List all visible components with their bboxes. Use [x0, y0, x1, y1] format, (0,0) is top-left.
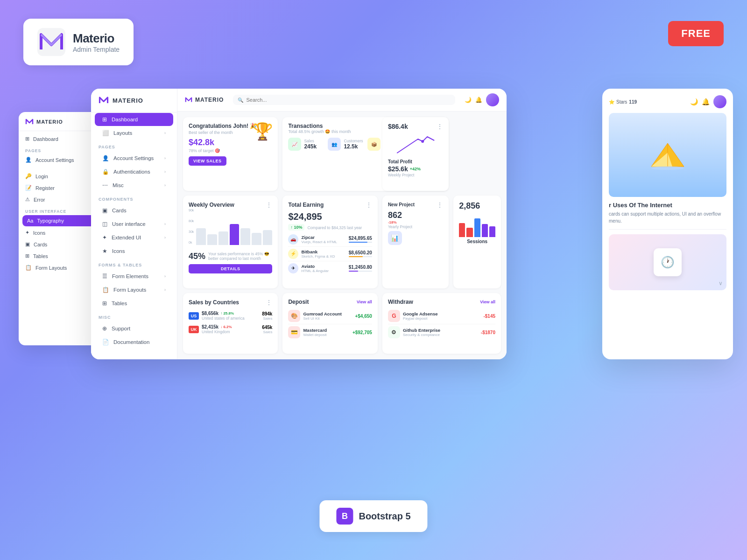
total-earning-card: Total Earning ⋮ $24,895 ↑ 10% Compared t… [282, 196, 377, 289]
deposit-view-all[interactable]: View all [357, 300, 372, 304]
withdraw-header: Withdraw View all [388, 299, 495, 305]
product-stat-icon: 📦 [367, 138, 381, 151]
rp-avatar[interactable] [713, 95, 726, 108]
top-logo-card: Materio Admin Template [23, 19, 134, 65]
sales-title: Sales by Countries [189, 299, 239, 306]
earning-menu-icon[interactable]: ⋮ [366, 201, 372, 209]
clock-decoration: 🕐 [654, 248, 682, 276]
session-bar-1 [459, 223, 465, 237]
sidebar-item-cards[interactable]: ▣ Cards [95, 204, 173, 217]
rp-topbar: ⭐ Stars 119 🌙 🔔 [609, 95, 726, 108]
uk-amount: $2,415k [202, 324, 218, 329]
brand-subtitle: Admin Template [73, 46, 120, 53]
customers-stat-icon: 👥 [328, 138, 341, 151]
percentage-row: 45% Your sales performance is 45% 😎 bett… [189, 252, 272, 261]
sidebar-item-layouts[interactable]: ⬜ Layouts › [95, 126, 173, 140]
sidebar-header: MATERIO [91, 89, 177, 112]
earning-title: Total Earning [288, 202, 324, 208]
sidebar-item-form-layouts[interactable]: 📋 Form Layouts › [95, 283, 173, 296]
profit-menu-icon[interactable]: ⋮ [437, 123, 443, 130]
google-adsense-icon: G [388, 310, 400, 322]
total-profit-top-card: $86.4k ⋮ Total Profit $25.6k +42% Weekly… [382, 117, 449, 191]
us-change: ↑ 25.8% [220, 311, 234, 315]
sessions-bar-chart [459, 214, 495, 237]
aviato-sub: HTML & Angular [301, 269, 328, 273]
cards-icon: ▣ [25, 241, 30, 247]
google-amount: -$145 [483, 314, 495, 319]
rp-image-container [609, 113, 726, 197]
mastercard-amount: +$92,705 [352, 330, 372, 335]
bootstrap-badge: B Bootstrap 5 [319, 500, 427, 532]
congratulations-card: Congratulations John! 🎉 Best seller of t… [183, 117, 278, 191]
customers-label: Customers [344, 139, 363, 143]
user-avatar[interactable] [486, 93, 499, 106]
stars-count: 119 [629, 99, 637, 105]
star-icon: ⭐ [609, 99, 614, 105]
rp-divider [609, 229, 726, 230]
sidebar-brand: MATERIO [113, 97, 143, 104]
bar-5 [240, 228, 250, 245]
withdraw-row-google: G Google Adsense Paypal deposit -$145 [388, 308, 495, 324]
profit-big-amount: $86.4k [388, 123, 408, 130]
details-button[interactable]: DETAILS [189, 264, 272, 273]
chevron-right-icon5: › [164, 222, 166, 226]
sales-label: Sales [304, 139, 317, 143]
weekly-title: Weekly Overview [189, 202, 234, 208]
right-panel: ⭐ Stars 119 🌙 🔔 r Uses Of The Internet c… [602, 89, 733, 359]
svg-point-1 [421, 140, 424, 143]
new-project-menu-icon[interactable]: ⋮ [437, 201, 443, 209]
customers-value: 12.5k [344, 143, 363, 150]
new-project-value: 862 [388, 210, 443, 220]
bell-icon[interactable]: 🔔 [702, 98, 710, 105]
weekly-bar-chart: 90k 80k 30k 0k [189, 211, 272, 249]
weekly-overview-card: Weekly Overview ⋮ 90k 80k 30k 0k [183, 196, 278, 289]
sidebar-item-form-elements[interactable]: ☰ Form Elements › [95, 270, 173, 283]
sidebar-item-auth[interactable]: 🔒 Authentications › [95, 165, 173, 178]
account-icon: 👤 [25, 157, 32, 163]
withdraw-title: Withdraw [388, 299, 413, 305]
sidebar-item-extended[interactable]: ✦ Extended UI › [95, 231, 173, 244]
aviato-value: $1,2450.80 [349, 265, 372, 270]
chevron-down-icon[interactable]: ∨ [719, 280, 723, 287]
us-flag: US [189, 312, 199, 320]
bitbank-sub: Sketch, Figma & XD [301, 254, 335, 259]
trophy-icon: 🏆 [252, 122, 273, 141]
weekly-menu-icon[interactable]: ⋮ [266, 201, 272, 209]
sidebar-item-support[interactable]: ⊕ Support [95, 322, 173, 335]
form-elements-icon: ☰ [102, 273, 107, 280]
bar-4-active [230, 224, 240, 245]
sidebar-item-account[interactable]: 👤 Account Settings › [95, 152, 173, 165]
sidebar-item-tables[interactable]: ⊞ Tables [95, 297, 173, 310]
chevron-right-icon7: › [164, 274, 166, 279]
icons-star-icon: ★ [102, 248, 107, 254]
earning-row-aviato: ✈ Aviato HTML & Angular $1,2450.80 [288, 261, 372, 275]
new-project-icon: 📊 [388, 231, 402, 245]
bell-icon[interactable]: 🔔 [475, 97, 482, 103]
ui-icon: ◫ [102, 221, 107, 227]
search-input[interactable] [246, 97, 451, 103]
sidebar-item-dashboard[interactable]: ⊞ Dashboard [95, 113, 173, 126]
sidebar-item-ui[interactable]: ◫ User interface › [95, 217, 173, 231]
rp-card-title: r Uses Of The Internet [609, 202, 726, 209]
uk-change: ↓ 6.2% [220, 325, 232, 329]
lsp-logo-icon [25, 118, 34, 126]
search-icon: 🔍 [238, 98, 243, 103]
sidebar-item-icons[interactable]: ★ Icons [95, 245, 173, 258]
search-bar[interactable]: 🔍 [233, 95, 455, 105]
gumroad-sub: Sell UI Kit [303, 316, 342, 321]
bootstrap-label: Bootstrap 5 [359, 511, 410, 522]
moon-icon[interactable]: 🌙 [690, 98, 698, 105]
extended-icon: ✦ [102, 234, 107, 241]
bar-6 [252, 233, 261, 245]
transactions-title: Transactions [288, 123, 351, 129]
view-sales-button[interactable]: VIEW SALES [189, 156, 226, 166]
github-name: Github Enterprise [403, 328, 440, 333]
earning-growth-badge: ↑ 10% [288, 224, 304, 231]
sidebar-item-misc[interactable]: ⋯ Misc › [95, 179, 173, 192]
sales-menu-icon[interactable]: ⋮ [266, 299, 272, 306]
withdraw-view-all[interactable]: View all [480, 300, 495, 304]
moon-icon[interactable]: 🌙 [465, 97, 472, 103]
google-sub: Paypal deposit [403, 316, 438, 321]
percentage-value: 45% [189, 252, 205, 261]
sidebar-item-docs[interactable]: 📄 Documentation [95, 336, 173, 349]
